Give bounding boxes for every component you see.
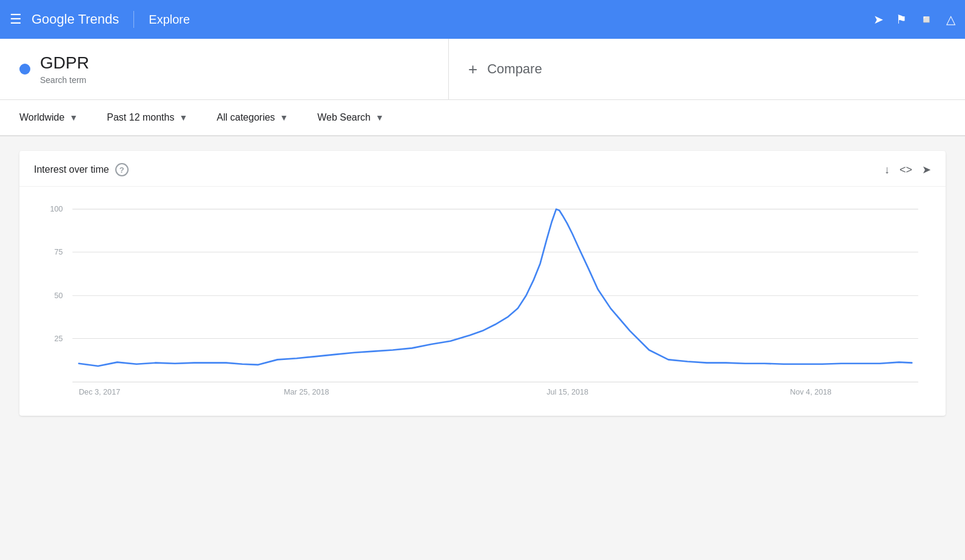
y-label-75: 75: [54, 248, 62, 256]
hamburger-icon[interactable]: ☰: [10, 12, 22, 27]
chart-title: Interest over time: [34, 164, 109, 175]
period-label: Past 12 months: [107, 112, 174, 123]
download-icon[interactable]: ↓: [884, 164, 890, 176]
header-divider: [133, 11, 134, 28]
flag-icon[interactable]: ⚑: [896, 12, 907, 27]
x-label-dec: Dec 3, 2017: [79, 388, 120, 396]
x-label-jul: Jul 15, 2018: [546, 388, 588, 396]
region-chevron-icon: ▼: [69, 113, 78, 122]
term-type: Search term: [40, 75, 89, 85]
period-filter[interactable]: Past 12 months ▼: [107, 112, 187, 123]
trend-line: [79, 209, 912, 366]
search-type-label: Web Search: [317, 112, 371, 123]
app-header: ☰ Google Trends Explore ➤ ⚑ ◽ △: [0, 0, 965, 39]
region-filter[interactable]: Worldwide ▼: [19, 112, 78, 123]
header-left: ☰ Google Trends Explore: [10, 11, 864, 28]
y-label-25: 25: [54, 335, 62, 343]
notifications-icon[interactable]: △: [946, 12, 955, 27]
embed-icon[interactable]: <>: [899, 164, 912, 176]
search-area: GDPR Search term + Compare: [0, 39, 965, 100]
chart-container: 100 75 50 25 Dec 3, 2017 Mar 25, 2018 Ju…: [19, 187, 946, 416]
interest-over-time-section: Interest over time ? ↓ <> ➤ 100 75 50 25…: [19, 151, 946, 416]
header-right: ➤ ⚑ ◽ △: [873, 12, 955, 27]
y-label-100: 100: [50, 205, 62, 213]
category-filter[interactable]: All categories ▼: [217, 112, 288, 123]
compare-label: Compare: [487, 61, 542, 77]
term-color-indicator: [19, 64, 30, 75]
chart-actions: ↓ <> ➤: [884, 163, 931, 176]
share-icon[interactable]: ➤: [873, 12, 884, 27]
apps-icon[interactable]: ◽: [919, 12, 934, 27]
search-term-box[interactable]: GDPR Search term: [0, 39, 449, 99]
filters-bar: Worldwide ▼ Past 12 months ▼ All categor…: [0, 100, 965, 136]
page-title: Explore: [149, 13, 190, 27]
share-chart-icon[interactable]: ➤: [922, 163, 931, 176]
y-label-50: 50: [54, 292, 62, 300]
search-type-filter[interactable]: Web Search ▼: [317, 112, 384, 123]
x-label-mar: Mar 25, 2018: [284, 388, 329, 396]
chart-title-group: Interest over time ?: [34, 163, 129, 176]
category-chevron-icon: ▼: [280, 113, 288, 122]
period-chevron-icon: ▼: [179, 113, 187, 122]
plus-icon: +: [468, 60, 477, 79]
chart-header: Interest over time ? ↓ <> ➤: [19, 151, 946, 187]
search-type-chevron-icon: ▼: [375, 113, 384, 122]
compare-box[interactable]: + Compare: [449, 39, 965, 99]
search-term: GDPR: [40, 53, 89, 73]
help-icon[interactable]: ?: [115, 163, 129, 176]
logo-text: Google Trends: [32, 12, 119, 27]
term-info: GDPR Search term: [40, 53, 89, 85]
region-label: Worldwide: [19, 112, 64, 123]
x-label-nov: Nov 4, 2018: [790, 388, 832, 396]
trend-chart-svg: 100 75 50 25 Dec 3, 2017 Mar 25, 2018 Ju…: [34, 196, 931, 401]
category-label: All categories: [217, 112, 275, 123]
